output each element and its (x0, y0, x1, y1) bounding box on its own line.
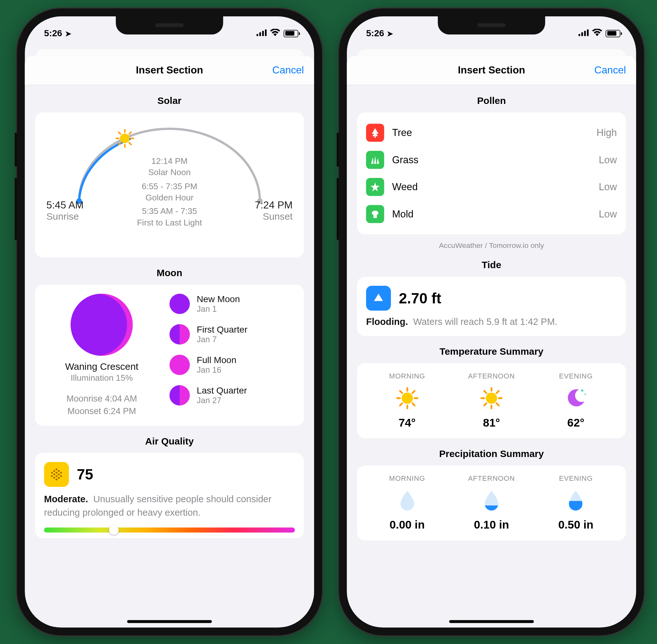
svg-point-6 (120, 133, 130, 143)
svg-rect-1 (259, 32, 261, 36)
moon-icon (535, 386, 617, 411)
full-moon-icon (170, 355, 190, 375)
modal-sheet: Insert Section Cancel Pollen Tree High G… (347, 56, 636, 627)
svg-rect-3 (265, 29, 267, 36)
svg-point-42 (486, 393, 497, 404)
sun-icon (115, 129, 134, 148)
location-arrow-icon: ➤ (387, 29, 393, 38)
sunset-label: 7:24 PM Sunset (255, 200, 293, 223)
tree-icon (366, 124, 384, 142)
section-title-precip: Precipitation Summary (357, 448, 626, 460)
phase-full-moon: Full MoonJan 16 (170, 355, 295, 375)
temp-morning: MORNING 74° (366, 372, 448, 429)
solar-card[interactable]: 12:14 PM Solar Noon 6:55 - 7:35 PM Golde… (35, 112, 304, 257)
svg-rect-31 (584, 31, 586, 36)
aqi-card[interactable]: 75 Moderate. Unusually sensitive people … (35, 453, 304, 538)
svg-rect-32 (587, 29, 589, 36)
tide-description: Flooding. Waters will reach 5.9 ft at 1:… (366, 316, 617, 327)
svg-line-13 (129, 132, 131, 134)
precip-evening: EVENING 0.50 in (535, 474, 617, 531)
section-title-aqi: Air Quality (35, 436, 304, 447)
svg-point-27 (58, 477, 60, 479)
svg-point-15 (55, 468, 58, 470)
tide-icon (366, 286, 391, 310)
solar-mid-info: 12:14 PM Solar Noon 6:55 - 7:35 PM Golde… (137, 155, 202, 228)
battery-icon (606, 29, 620, 37)
temp-summary-card[interactable]: MORNING 74° AFTERNOON 81° EVENING (357, 363, 626, 438)
svg-point-28 (55, 479, 58, 481)
location-arrow-icon: ➤ (65, 29, 71, 38)
svg-line-38 (400, 391, 402, 393)
sun-icon (450, 386, 533, 411)
first-quarter-icon (170, 324, 190, 344)
pollen-row-weed: Weed Low (366, 175, 617, 199)
phone-right: 5:26 ➤ Insert Section Cancel Pollen (339, 8, 644, 635)
moon-card[interactable]: Waning Crescent Illumination 15% Moonris… (35, 285, 304, 426)
home-indicator[interactable] (449, 620, 534, 623)
phase-new-moon: New MoonJan 1 (170, 294, 295, 314)
sheet-header: Insert Section Cancel (347, 56, 636, 85)
grass-icon (366, 151, 384, 169)
new-moon-icon (170, 294, 190, 314)
svg-point-17 (58, 470, 60, 473)
section-title-pollen: Pollen (357, 96, 626, 107)
cancel-button[interactable]: Cancel (272, 65, 304, 76)
pollen-card[interactable]: Tree High Grass Low Weed Low (357, 112, 626, 234)
tide-value: 2.70 ft (399, 290, 441, 307)
cellular-icon (579, 28, 589, 39)
wifi-icon (270, 28, 280, 39)
svg-point-25 (60, 475, 62, 477)
svg-point-26 (53, 477, 55, 479)
svg-line-41 (400, 403, 402, 406)
notch (116, 16, 223, 34)
phone-left: 5:26 ➤ Insert Section Cancel Solar (17, 8, 322, 635)
cellular-icon (256, 28, 267, 39)
drop-icon (483, 490, 500, 511)
section-title-solar: Solar (35, 96, 304, 107)
precip-afternoon: AFTERNOON 0.10 in (450, 474, 533, 531)
moon-times: Moonrise 4:04 AM Moonset 6:24 PM (44, 393, 159, 417)
svg-line-11 (119, 132, 121, 134)
precip-summary-card[interactable]: MORNING 0.00 in AFTERNOON 0.10 in EVENIN… (357, 465, 626, 540)
tide-card[interactable]: 2.70 ft Flooding. Waters will reach 5.9 … (357, 277, 626, 336)
sheet-title: Insert Section (458, 65, 525, 76)
section-title-moon: Moon (35, 268, 304, 279)
svg-rect-0 (256, 34, 258, 36)
status-time: 5:26 (366, 28, 384, 39)
home-indicator[interactable] (127, 620, 212, 623)
sun-icon (366, 386, 448, 411)
svg-line-47 (484, 391, 486, 393)
phase-last-quarter: Last QuarterJan 27 (170, 385, 295, 406)
svg-point-33 (401, 393, 412, 404)
moon-phase-icon (71, 294, 133, 356)
svg-rect-52 (567, 501, 585, 511)
temp-evening: EVENING 62° (535, 372, 617, 429)
svg-rect-2 (262, 31, 264, 36)
aqi-value: 75 (77, 466, 93, 484)
temp-afternoon: AFTERNOON 81° (450, 372, 533, 429)
svg-line-50 (484, 403, 486, 406)
cancel-button[interactable]: Cancel (594, 65, 626, 76)
svg-rect-29 (579, 34, 580, 36)
moon-illumination: Illumination 15% (44, 373, 159, 382)
aqi-indicator (109, 525, 119, 535)
modal-sheet: Insert Section Cancel Solar (25, 56, 314, 627)
svg-line-39 (412, 403, 414, 406)
svg-point-22 (58, 474, 60, 476)
moon-phase-name: Waning Crescent (44, 362, 159, 373)
svg-rect-51 (483, 505, 500, 511)
svg-point-16 (53, 470, 55, 473)
aqi-description: Moderate. Unusually sensitive people sho… (44, 492, 295, 520)
pollen-row-tree: Tree High (366, 120, 617, 145)
svg-point-18 (51, 472, 53, 474)
notch (438, 16, 545, 34)
pollen-row-grass: Grass Low (366, 147, 617, 172)
svg-line-49 (497, 391, 499, 393)
wifi-icon (592, 28, 603, 39)
sheet-header: Insert Section Cancel (25, 56, 314, 85)
section-title-tide: Tide (357, 260, 626, 271)
drop-icon (567, 490, 585, 511)
svg-line-14 (119, 143, 121, 145)
weed-icon (366, 178, 384, 196)
svg-point-20 (60, 472, 62, 474)
